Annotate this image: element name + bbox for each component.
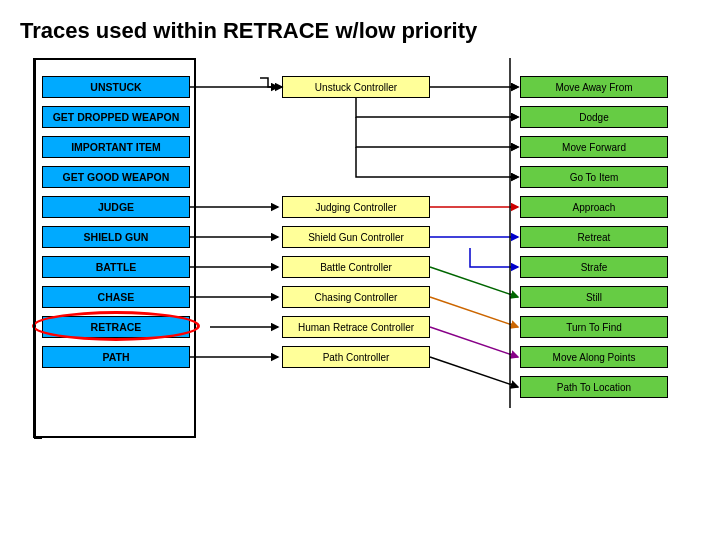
mid-box-unstuck: Unstuck Controller <box>282 76 430 98</box>
left-box-shield-gun: SHIELD GUN <box>42 226 190 248</box>
svg-line-13 <box>430 357 518 387</box>
left-box-path: PATH <box>42 346 190 368</box>
left-box-unstuck: UNSTUCK <box>42 76 190 98</box>
left-box-battle: BATTLE <box>42 256 190 278</box>
right-box-move-away: Move Away From <box>520 76 668 98</box>
right-box-turn-to-find: Turn To Find <box>520 316 668 338</box>
right-box-path-to-location: Path To Location <box>520 376 668 398</box>
mid-box-shield-gun: Shield Gun Controller <box>282 226 430 248</box>
left-box-get-good-weapon: GET GOOD WEAPON <box>42 166 190 188</box>
left-box-judge: JUDGE <box>42 196 190 218</box>
svg-line-12 <box>430 327 518 357</box>
right-box-still: Still <box>520 286 668 308</box>
right-box-move-forward: Move Forward <box>520 136 668 158</box>
diagram: UNSTUCK GET DROPPED WEAPON IMPORTANT ITE… <box>20 58 700 478</box>
right-box-approach: Approach <box>520 196 668 218</box>
right-box-strafe: Strafe <box>520 256 668 278</box>
right-box-dodge: Dodge <box>520 106 668 128</box>
right-box-retreat: Retreat <box>520 226 668 248</box>
left-box-get-dropped-weapon: GET DROPPED WEAPON <box>42 106 190 128</box>
mid-box-path: Path Controller <box>282 346 430 368</box>
right-box-move-along: Move Along Points <box>520 346 668 368</box>
page-title: Traces used within RETRACE w/low priorit… <box>20 18 700 44</box>
retrace-circle <box>32 311 200 341</box>
mid-box-battle: Battle Controller <box>282 256 430 278</box>
right-box-go-to-item: Go To Item <box>520 166 668 188</box>
mid-box-retrace: Human Retrace Controller <box>282 316 430 338</box>
page: Traces used within RETRACE w/low priorit… <box>0 0 720 540</box>
svg-line-11 <box>430 297 518 327</box>
svg-line-10 <box>430 267 518 297</box>
mid-box-chasing: Chasing Controller <box>282 286 430 308</box>
left-box-chase: CHASE <box>42 286 190 308</box>
left-box-important-item: IMPORTANT ITEM <box>42 136 190 158</box>
mid-box-judging: Judging Controller <box>282 196 430 218</box>
